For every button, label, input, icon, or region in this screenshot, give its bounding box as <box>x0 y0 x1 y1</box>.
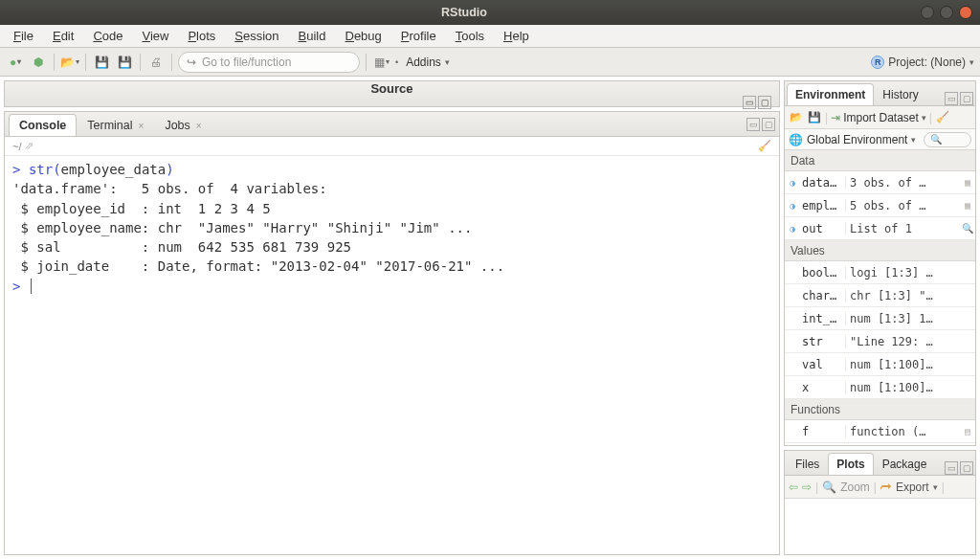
tab-files-label: Files <box>795 458 819 471</box>
env-value: function (… <box>846 425 960 438</box>
menubar: File Edit Code View Plots Session Build … <box>0 25 980 48</box>
search-icon[interactable]: 🔍 <box>960 223 975 234</box>
env-row[interactable]: ◑empl…5 obs. of …▦ <box>785 194 975 217</box>
tab-packages[interactable]: Package <box>874 453 936 475</box>
project-selector[interactable]: R Project: (None) ▾ <box>871 56 974 69</box>
tab-packages-label: Package <box>882 458 927 471</box>
grid-button[interactable]: ▦ <box>372 53 391 72</box>
menu-file[interactable]: File <box>4 25 43 47</box>
menu-edit[interactable]: Edit <box>43 25 83 47</box>
env-name: out <box>800 222 846 235</box>
tab-plots-label: Plots <box>836 458 864 471</box>
view-source-icon[interactable]: ▤ <box>960 426 975 436</box>
tab-history[interactable]: History <box>874 83 926 105</box>
save-button[interactable]: 💾 <box>92 53 111 72</box>
console-tabstrip: Console Terminal × Jobs × ▭ ▢ <box>5 112 779 137</box>
prompt: > <box>12 162 20 177</box>
print-button[interactable]: 🖨 <box>146 53 166 72</box>
close-button[interactable] <box>959 6 972 19</box>
env-row[interactable]: xnum [1:100]… <box>785 376 975 399</box>
scope-label[interactable]: Global Environment <box>807 133 907 146</box>
env-section-data: Data <box>785 150 975 171</box>
goto-file-input[interactable]: ↪ Go to file/function <box>178 52 360 73</box>
window-title: RStudio <box>8 6 921 19</box>
expand-icon[interactable]: ◑ <box>785 178 800 188</box>
env-row[interactable]: int_…num [1:3] 1… <box>785 307 975 330</box>
addins-button[interactable]: Addins ▾ <box>402 54 454 71</box>
env-row[interactable]: ◑data…3 obs. of …▦ <box>785 171 975 194</box>
open-file-button[interactable]: 📂 <box>60 53 79 72</box>
tab-jobs[interactable]: Jobs × <box>154 114 212 136</box>
env-scope-bar: 🌐 Global Environment ▾ <box>785 129 975 150</box>
menu-tools[interactable]: Tools <box>446 25 494 47</box>
separator <box>54 54 55 71</box>
tab-files[interactable]: Files <box>787 453 828 475</box>
grid-icon[interactable]: ▦ <box>960 200 975 211</box>
files-pane: Files Plots Package ▭ ▢ ⇦ ⇨ | 🔍 Zoom | ⮫… <box>784 450 976 555</box>
env-row[interactable]: ◑outList of 1🔍 <box>785 217 975 240</box>
env-value: num [1:100]… <box>846 358 975 371</box>
menu-profile[interactable]: Profile <box>391 25 446 47</box>
separator <box>171 54 172 71</box>
new-file-button[interactable]: ● <box>6 53 25 72</box>
tab-environment[interactable]: Environment <box>787 83 874 105</box>
chevron-down-icon[interactable]: ▾ <box>911 135 916 145</box>
maximize-pane-icon[interactable]: ▢ <box>762 118 775 131</box>
save-workspace-icon[interactable]: 💾 <box>807 110 822 125</box>
maximize-button[interactable] <box>940 6 953 19</box>
tab-plots[interactable]: Plots <box>828 453 873 475</box>
close-icon[interactable]: × <box>196 121 202 131</box>
menu-session[interactable]: Session <box>225 25 288 47</box>
tab-jobs-label: Jobs <box>165 119 189 132</box>
save-all-button[interactable]: 💾 <box>115 53 134 72</box>
environment-pane: Environment History ▭ ▢ 📂 💾 | ⇥ Import D… <box>784 80 976 446</box>
console-out-3: $ sal : num 642 535 681 739 925 <box>12 239 351 255</box>
menu-view[interactable]: View <box>132 25 178 47</box>
export-button[interactable]: ⮫ Export ▾ <box>880 481 938 494</box>
menu-help[interactable]: Help <box>494 25 539 47</box>
plot-prev-icon[interactable]: ⇦ <box>789 481 798 494</box>
cwd-arrow-icon[interactable]: ⇗ <box>25 140 33 152</box>
env-row[interactable]: ffunction (…▤ <box>785 420 975 443</box>
env-search-input[interactable] <box>924 132 971 147</box>
minimize-pane-icon[interactable]: ▭ <box>945 92 958 105</box>
close-icon[interactable]: × <box>139 121 145 131</box>
minimize-pane-icon[interactable]: ▭ <box>746 118 760 131</box>
console-body[interactable]: > str(employee_data) 'data.frame': 5 obs… <box>5 156 779 554</box>
maximize-pane-icon[interactable]: ▢ <box>960 461 973 475</box>
separator <box>140 54 141 71</box>
export-icon: ⮫ <box>880 481 892 494</box>
load-workspace-icon[interactable]: 📂 <box>789 110 804 125</box>
menu-debug[interactable]: Debug <box>336 25 391 47</box>
menu-plots[interactable]: Plots <box>178 25 225 47</box>
minimize-pane-icon[interactable]: ▭ <box>945 461 958 475</box>
tab-terminal[interactable]: Terminal × <box>77 114 154 136</box>
zoom-icon[interactable]: 🔍 <box>822 481 836 494</box>
menu-build[interactable]: Build <box>289 25 336 47</box>
clear-console-icon[interactable]: 🧹 <box>758 140 771 152</box>
tab-console[interactable]: Console <box>9 114 77 136</box>
clear-workspace-icon[interactable]: 🧹 <box>935 110 950 125</box>
new-project-button[interactable]: ⬢ <box>29 53 48 72</box>
plot-next-icon[interactable]: ⇨ <box>802 481 812 494</box>
zoom-label[interactable]: Zoom <box>840 481 870 494</box>
maximize-pane-icon[interactable]: ▢ <box>960 92 973 105</box>
grid-icon[interactable]: ▦ <box>960 177 975 188</box>
env-value: num [1:3] 1… <box>846 312 975 325</box>
env-row[interactable]: bool…logi [1:3] … <box>785 261 975 284</box>
expand-icon[interactable]: ◑ <box>785 201 800 211</box>
env-row[interactable]: str"Line 129: … <box>785 330 975 353</box>
env-row[interactable]: char…chr [1:3] "… <box>785 284 975 307</box>
expand-icon[interactable]: ◑ <box>785 224 800 234</box>
env-tabstrip: Environment History ▭ ▢ <box>785 81 975 106</box>
files-tabstrip: Files Plots Package ▭ ▢ <box>785 451 975 476</box>
env-section-values: Values <box>785 240 975 261</box>
minimize-button[interactable] <box>921 6 934 19</box>
maximize-pane-icon[interactable]: ▢ <box>758 96 771 109</box>
env-name: f <box>800 425 846 438</box>
menu-code[interactable]: Code <box>83 25 132 47</box>
goto-placeholder: Go to file/function <box>202 56 291 69</box>
import-dataset-button[interactable]: ⇥ Import Dataset ▾ <box>831 111 926 124</box>
minimize-pane-icon[interactable]: ▭ <box>743 96 756 109</box>
env-row[interactable]: valnum [1:100]… <box>785 353 975 376</box>
